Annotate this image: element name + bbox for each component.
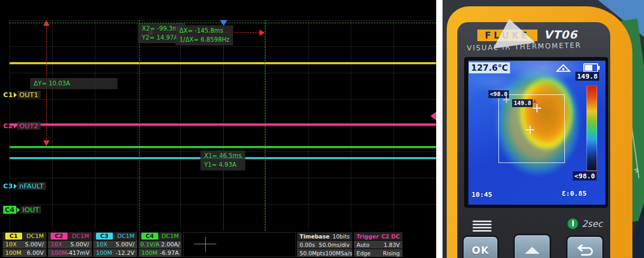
trigger-level-marker[interactable] bbox=[430, 112, 436, 120]
hot-spot-label: 149.8 bbox=[512, 99, 533, 107]
cursor-x1-line[interactable] bbox=[265, 20, 265, 231]
emissivity-readout: Ɛ:0.85 bbox=[562, 189, 587, 197]
trigger-coupling: DC bbox=[391, 233, 400, 240]
center-crosshair-icon bbox=[526, 126, 534, 134]
c4-offset: -6.97A bbox=[160, 250, 179, 256]
c4-alias: IOUT bbox=[21, 206, 42, 214]
c1-bandwidth: 100M bbox=[5, 250, 22, 256]
channel-panel-c4[interactable]: C4 DC1M 0.1V/A 2.00A/ 100M -6.97A bbox=[139, 232, 181, 256]
c4-arrow-icon bbox=[17, 207, 20, 213]
trigger-title: Trigger bbox=[357, 233, 379, 240]
thermometer-photo: 2 Pl FLUKE VT06 VISUAL IR THERMOMETER bbox=[443, 0, 644, 258]
ok-button-label: OK bbox=[472, 244, 489, 256]
trigger-source: C2 bbox=[381, 233, 389, 240]
c1-arrow-icon bbox=[14, 92, 17, 98]
device-face: FLUKE VT06 VISUAL IR THERMOMETER 127.6℃ bbox=[457, 22, 610, 258]
channel-panel-c2[interactable]: C2 DC1M 10X 5.00V/ 100M -417mV bbox=[48, 232, 92, 256]
screenshot: X2= -99.3ms Y2= 14.97A ΔX= -145.8ms 1/ΔX… bbox=[0, 0, 644, 258]
color-scale-bar bbox=[587, 85, 597, 171]
timebase-panel[interactable]: Timebase 10bits 0.00s 50.0ms/div 50.0Mpt… bbox=[297, 232, 352, 256]
trigger-type: Edge bbox=[357, 250, 370, 256]
c3-badge[interactable]: C3 bbox=[96, 233, 113, 240]
c3-offset: -12.2V bbox=[116, 250, 134, 256]
hot-spot-crosshair-icon bbox=[533, 104, 541, 112]
c1-trace bbox=[9, 62, 436, 64]
cursor-dy-value: ΔY= 10.03A bbox=[34, 80, 70, 87]
timebase-delay: 0.00s bbox=[300, 242, 315, 248]
timebase-sample-rate: 100MSa/s bbox=[325, 250, 352, 256]
c2-badge[interactable]: C2 bbox=[51, 233, 68, 240]
c4-trace bbox=[9, 146, 436, 148]
c2-arrow-icon bbox=[14, 123, 17, 129]
cursor-x1y1-readout: X1= 46.5ms Y1= 4.93A bbox=[200, 150, 245, 170]
c4-coupling: DC1M bbox=[161, 233, 179, 240]
c1-coupling: DC1M bbox=[26, 233, 44, 240]
pointer-area bbox=[183, 232, 296, 257]
trigger-level: 1.83V bbox=[383, 242, 400, 248]
c2-id: C2 bbox=[3, 122, 13, 130]
cursor-x1-value: X1= 46.5ms bbox=[204, 151, 242, 160]
power-hint: 2sec bbox=[582, 218, 602, 229]
cold-spot-crosshair-icon bbox=[503, 97, 510, 103]
scale-min-label: <98.0 bbox=[573, 171, 597, 180]
cursor-x2-line[interactable] bbox=[139, 20, 140, 231]
c4-id: C4 bbox=[3, 206, 16, 214]
c3-arrow-icon bbox=[14, 184, 17, 189]
scale-max-label: 149.8 bbox=[575, 72, 599, 81]
back-arrow-icon bbox=[575, 244, 594, 256]
c4-badge[interactable]: C4 bbox=[141, 233, 158, 240]
timebase-scale: 50.0ms/div bbox=[319, 242, 350, 248]
c4-bandwidth: 100M bbox=[141, 250, 158, 256]
cursor-dy-readout: ΔY= 10.03A bbox=[30, 78, 118, 89]
c3-probe: 10X bbox=[96, 241, 108, 248]
up-arrow-icon bbox=[525, 247, 540, 254]
trigger-slope: Rising bbox=[383, 250, 400, 256]
model-label: VT06 bbox=[544, 28, 578, 41]
menu-icon bbox=[473, 221, 492, 233]
c3-bandwidth: 100M bbox=[96, 250, 112, 256]
c2-bandwidth: 100M bbox=[51, 250, 67, 256]
c3-id: C3 bbox=[3, 182, 13, 190]
channel-panel-c1[interactable]: C1 DC1M 10X 5.00V/ 100M 6.00V bbox=[3, 232, 46, 256]
channel-panel-c3[interactable]: C3 DC1M 10X 5.00V/ 100M -12.2V bbox=[93, 232, 137, 256]
channel-label-c2[interactable]: C2 OUT2 bbox=[3, 122, 41, 130]
trigger-mode: Auto bbox=[357, 242, 369, 248]
cursor-invdx-value: 1/ΔX= 6.8598Hz bbox=[179, 35, 229, 44]
c1-id: C1 bbox=[3, 91, 13, 99]
c3-coupling: DC1M bbox=[117, 233, 134, 240]
thermal-display: 127.6℃ 149.8 <98.0 <98.0 bbox=[468, 61, 605, 205]
high-temp-alarm-icon bbox=[556, 63, 571, 72]
clock-readout: 10:45 bbox=[472, 190, 492, 198]
cursor-dx-value: ΔX= -145.8ms bbox=[179, 26, 229, 35]
pointer-crosshair-icon-v bbox=[205, 237, 206, 252]
cursor-y1-value: Y1= 4.93A bbox=[204, 160, 242, 169]
trigger-panel[interactable]: Trigger C2 DC Auto 1.83V Edge Rising bbox=[354, 232, 402, 256]
timebase-resolution: 10bits bbox=[332, 233, 350, 240]
oscilloscope-screen: X2= -99.3ms Y2= 14.97A ΔX= -145.8ms 1/ΔX… bbox=[0, 0, 436, 258]
cursor-dx-readout: ΔX= -145.8ms 1/ΔX= 6.8598Hz bbox=[176, 25, 233, 45]
delta-y-arrow-up bbox=[43, 20, 50, 26]
c4-scale: 2.00A/ bbox=[161, 241, 180, 248]
timebase-title: Timebase bbox=[300, 233, 330, 240]
timebase-memory: 50.0Mpts bbox=[300, 250, 325, 256]
delta-y-arrow-down bbox=[43, 140, 50, 146]
c2-offset: -417mV bbox=[67, 250, 90, 256]
back-button[interactable] bbox=[566, 235, 604, 258]
ok-button[interactable]: OK bbox=[462, 235, 499, 258]
c1-scale: 5.00V/ bbox=[25, 241, 44, 248]
channel-label-c4[interactable]: C4 IOUT bbox=[3, 206, 41, 214]
center-temp-readout: 127.6℃ bbox=[469, 62, 510, 73]
c3-scale: 5.00V/ bbox=[116, 241, 134, 248]
delta-x-arrow-right bbox=[259, 30, 265, 36]
up-button[interactable] bbox=[513, 234, 551, 258]
device-subtitle: VISUAL IR THERMOMETER bbox=[467, 41, 582, 52]
c1-alias: OUT1 bbox=[17, 91, 41, 99]
c3-alias: nFAULT bbox=[17, 182, 46, 190]
channel-label-c1[interactable]: C1 OUT1 bbox=[3, 91, 41, 99]
c1-badge[interactable]: C1 bbox=[5, 233, 22, 240]
c2-scale: 5.00V/ bbox=[70, 241, 89, 248]
channel-label-c3[interactable]: C3 nFAULT bbox=[3, 182, 46, 190]
c1-probe: 10X bbox=[5, 241, 17, 248]
device-case: FLUKE VT06 VISUAL IR THERMOMETER 127.6℃ bbox=[447, 6, 632, 258]
c1-offset: 6.00V bbox=[27, 250, 44, 256]
